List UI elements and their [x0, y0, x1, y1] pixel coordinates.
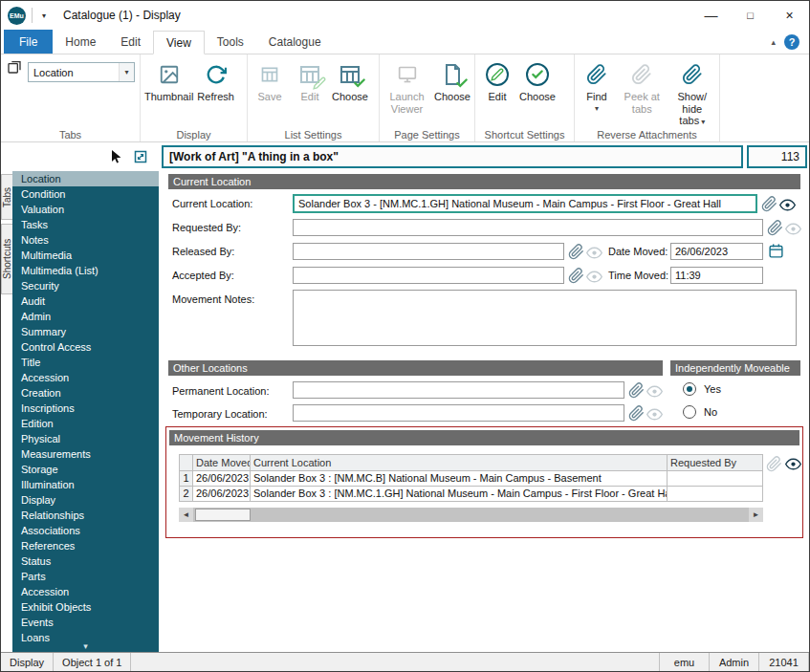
tab-view[interactable]: View [153, 31, 205, 54]
sidebar-item-exhibit-objects[interactable]: Exhibit Objects [12, 599, 159, 615]
tab-file[interactable]: File [4, 30, 53, 54]
tab-catalogue[interactable]: Catalogue [256, 30, 334, 54]
sidebar-item-events[interactable]: Events [12, 615, 159, 630]
sidebar-item-status[interactable]: Status [12, 553, 159, 569]
edit-shortcut-button[interactable]: Edit [477, 57, 517, 106]
sidebar-item-associations[interactable]: Associations [12, 523, 159, 538]
choose-shortcut-button[interactable]: Choose [517, 57, 558, 106]
independently-moveable-yes-radio[interactable]: Yes [683, 382, 721, 396]
ribbon-group-tabs: Location ▾ Tabs [1, 54, 141, 141]
sidebar-item-display[interactable]: Display [12, 492, 159, 508]
sidebar-item-multimedia-list[interactable]: Multimedia (List) [12, 263, 159, 278]
eye-icon[interactable] [779, 197, 796, 213]
collapse-ribbon-chevron-up-icon[interactable]: ▴ [771, 37, 776, 47]
thumbnail-button[interactable]: Thumbnail [142, 57, 195, 106]
sidebar-item-relationships[interactable]: Relationships [12, 508, 159, 523]
paperclip-icon[interactable] [628, 382, 645, 399]
paperclip-icon[interactable] [767, 220, 783, 236]
sidebar-item-location[interactable]: Location [12, 171, 159, 186]
movement-notes-field[interactable] [293, 290, 797, 346]
check-circle-icon [526, 60, 549, 89]
sidebar-item-storage[interactable]: Storage [12, 462, 159, 477]
sidebar-item-notes[interactable]: Notes [12, 232, 159, 248]
paperclip-icon[interactable] [628, 405, 645, 422]
table-row[interactable]: 1 26/06/2023 Solander Box 3 : [NM.MC.B] … [180, 471, 763, 487]
paperclip-icon[interactable] [766, 456, 782, 472]
sidebar-item-illumination[interactable]: Illumination [12, 477, 159, 492]
scroll-left-icon[interactable]: ◄ [179, 508, 193, 522]
time-moved-field[interactable]: 11:39 [670, 267, 763, 284]
column-header-requested-by[interactable]: Requested By [668, 455, 763, 471]
tabs-icon[interactable] [7, 59, 22, 78]
sidebar-scroll-more-chevron-icon[interactable]: ▾ [12, 641, 159, 651]
sidebar-item-edition[interactable]: Edition [12, 416, 159, 431]
paperclip-icon[interactable] [568, 244, 584, 260]
status-mode: Display [1, 653, 54, 671]
tab-edit[interactable]: Edit [108, 30, 153, 54]
eye-icon[interactable] [785, 221, 801, 237]
sidebar-item-security[interactable]: Security [12, 278, 159, 293]
temporary-location-field[interactable] [293, 404, 624, 422]
rail-tab-tabs[interactable]: Tabs [1, 174, 12, 220]
tab-home[interactable]: Home [53, 30, 108, 54]
sidebar-item-measurements[interactable]: Measurements [12, 446, 159, 462]
column-header-current-location[interactable]: Current Location [251, 455, 668, 471]
requested-by-field[interactable] [293, 219, 763, 236]
paperclip-icon[interactable] [568, 268, 584, 284]
maximize-button[interactable]: □ [731, 1, 770, 30]
paperclip-icon[interactable] [761, 196, 777, 212]
eye-icon[interactable] [785, 456, 801, 472]
save-list-button[interactable]: Save [250, 57, 290, 106]
sidebar-item-valuation[interactable]: Valuation [12, 202, 159, 217]
peek-at-tabs-button[interactable]: Peek at tabs [617, 57, 668, 118]
sidebar-item-physical[interactable]: Physical [12, 431, 159, 446]
choose-page-button[interactable]: Choose [432, 57, 472, 106]
eye-icon[interactable] [586, 245, 602, 261]
tab-tools[interactable]: Tools [205, 30, 256, 54]
tab-select-combobox[interactable]: Location ▾ [28, 62, 135, 82]
show-hide-tabs-button[interactable]: Show/ hide tabs▾ [668, 57, 718, 130]
sidebar-item-multimedia[interactable]: Multimedia [12, 248, 159, 263]
current-location-field[interactable]: Solander Box 3 - [NM.MC.1.GH] National M… [293, 194, 757, 213]
date-moved-field[interactable]: 26/06/2023 [670, 243, 763, 260]
accepted-by-field[interactable] [293, 267, 564, 284]
launch-viewer-button[interactable]: Launch Viewer [382, 57, 432, 118]
rail-tab-shortcuts[interactable]: Shortcuts [1, 224, 12, 294]
sidebar-item-inscriptions[interactable]: Inscriptions [12, 401, 159, 416]
scrollbar-thumb[interactable] [195, 509, 251, 521]
sidebar-item-audit[interactable]: Audit [12, 293, 159, 309]
sidebar-item-accession[interactable]: Accession [12, 370, 159, 385]
eye-icon[interactable] [646, 406, 663, 423]
sidebar-item-creation[interactable]: Creation [12, 385, 159, 401]
sidebar-item-tasks[interactable]: Tasks [12, 217, 159, 232]
scroll-right-icon[interactable]: ► [749, 508, 763, 522]
refresh-button[interactable]: Refresh [195, 57, 236, 106]
eye-icon[interactable] [646, 383, 663, 400]
sidebar-item-accession-2[interactable]: Accession [12, 584, 159, 599]
released-by-field[interactable] [293, 243, 564, 260]
column-header-date-moved[interactable]: Date Moved [193, 455, 251, 471]
sidebar-item-title[interactable]: Title [12, 355, 159, 370]
sidebar-item-admin[interactable]: Admin [12, 309, 159, 324]
minimize-button[interactable]: — [691, 1, 731, 30]
sidebar-item-parts[interactable]: Parts [12, 569, 159, 584]
sidebar-item-condition[interactable]: Condition [12, 186, 159, 202]
close-button[interactable]: × [770, 1, 809, 30]
sidebar-item-summary[interactable]: Summary [12, 324, 159, 339]
independently-moveable-no-radio[interactable]: No [683, 405, 717, 419]
edit-list-button[interactable]: Edit [290, 57, 330, 106]
eye-icon[interactable] [586, 269, 602, 285]
table-row[interactable]: 2 26/06/2023 Solander Box 3 : [NM.MC.1.G… [180, 487, 763, 502]
quick-access-chevron-down-icon[interactable]: ▾ [38, 10, 50, 22]
permanent-location-field[interactable] [293, 381, 624, 399]
expand-icon[interactable] [133, 149, 148, 164]
calendar-icon[interactable] [768, 243, 784, 259]
horizontal-scrollbar[interactable]: ◄ ► [179, 508, 763, 522]
help-icon[interactable]: ? [784, 34, 799, 50]
find-attachments-button[interactable]: Find ▾ [577, 57, 617, 116]
row-number-header[interactable] [180, 455, 193, 471]
app-logo-icon[interactable]: EMu [8, 7, 26, 25]
choose-list-button[interactable]: Choose [330, 57, 370, 106]
sidebar-item-control-access[interactable]: Control Access [12, 339, 159, 355]
sidebar-item-references[interactable]: References [12, 538, 159, 553]
